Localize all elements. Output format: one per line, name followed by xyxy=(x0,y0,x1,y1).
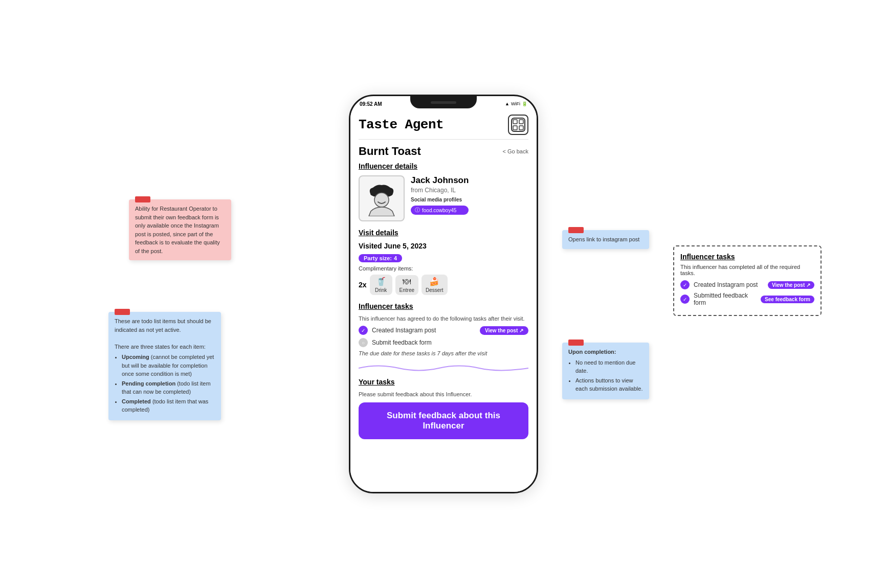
dessert-icon: 🍰 xyxy=(429,277,439,286)
app-title: Taste Agent xyxy=(359,117,444,132)
blue-left-note-tab xyxy=(115,309,130,315)
dashed-task-1: ✓ Created Instagram post View the post ↗ xyxy=(680,280,814,289)
pink-note-tab xyxy=(135,196,150,202)
comp-multiplier: 2x xyxy=(359,281,367,289)
task-label-1: Created Instagram post xyxy=(372,327,476,334)
blue-right-bottom-tab xyxy=(568,340,584,346)
blue-right-top-text: Opens link to instagram post xyxy=(568,236,639,242)
avatar xyxy=(359,175,405,221)
restaurant-row: Burnt Toast < Go back xyxy=(359,145,528,158)
social-badge[interactable]: Ⓘ food.cowboy45 xyxy=(411,206,469,215)
upon-completion-list: No need to mention due date. Actions but… xyxy=(568,358,643,393)
phone-container: 09:52 AM ▲WiFi🔋 Taste Agent xyxy=(349,95,538,493)
phone-screen[interactable]: Taste Agent Burnt Toast < Go back xyxy=(350,110,537,492)
dashed-feedback-btn[interactable]: See feedback form xyxy=(761,296,814,303)
due-date-text: The due date for these tasks is 7 days a… xyxy=(359,350,528,356)
dashed-task-2: ✓ Submitted feedback form See feedback f… xyxy=(680,292,814,306)
app-logo-icon[interactable] xyxy=(508,115,528,135)
influencer-tasks-title: Influencer tasks xyxy=(359,302,528,310)
party-size-value: 4 xyxy=(394,255,397,261)
task-item-feedback: ○ Submit feedback form xyxy=(359,338,528,347)
task-pending-icon-2: ○ xyxy=(359,338,368,347)
upon-completion-title: Upon completion: xyxy=(568,349,616,355)
dashed-task-label-2: Submitted feedback form xyxy=(694,292,757,306)
visit-details-section: Visit details Visited June 5, 2023 Party… xyxy=(359,229,528,295)
task-item-instagram: ✓ Created Instagram post View the post ↗ xyxy=(359,326,528,335)
social-media-label: Social media profiles xyxy=(411,197,469,202)
svg-rect-3 xyxy=(513,126,517,130)
your-tasks-title: Your tasks xyxy=(359,378,528,386)
blue-annotation-note-right-top: Opens link to instagram post xyxy=(562,230,649,249)
influencer-details-title: Influencer details xyxy=(359,162,528,170)
dessert-label: Dessert xyxy=(426,287,443,293)
svg-point-6 xyxy=(374,193,389,207)
dashed-task-done-1: ✓ xyxy=(680,280,690,289)
blue-right-top-tab xyxy=(568,227,584,233)
app-header: Taste Agent xyxy=(359,115,528,140)
view-post-button[interactable]: View the post ↗ xyxy=(480,326,528,335)
dashed-box-desc: This influencer has completed all of the… xyxy=(680,264,814,276)
comp-items-label: Complimentary items: xyxy=(359,265,528,272)
dashed-box-title: Influencer tasks xyxy=(680,253,814,261)
dashed-view-post-btn[interactable]: View the post ↗ xyxy=(768,281,814,289)
party-size-badge: Party size: 4 xyxy=(359,254,402,262)
influencer-details-section: Influencer details xyxy=(359,162,528,221)
party-size-label: Party size: xyxy=(364,255,392,261)
wave-divider xyxy=(359,364,528,373)
svg-rect-4 xyxy=(519,126,523,130)
influencer-info: Jack Johnson from Chicago, IL Social med… xyxy=(411,175,469,221)
status-time: 09:52 AM xyxy=(360,101,382,107)
blue-left-states-list: Upcoming (cannot be completed yet but wi… xyxy=(115,353,215,414)
pink-annotation-note: Ability for Restaurant Operator to submi… xyxy=(129,199,231,260)
drink-icon: 🥤 xyxy=(376,277,386,286)
influencer-name: Jack Johnson xyxy=(411,175,469,186)
comp-item-entree: 🍽 Entree xyxy=(395,275,418,295)
dashed-task-done-2: ✓ xyxy=(680,295,690,304)
influencer-location: from Chicago, IL xyxy=(411,187,469,194)
submit-feedback-button[interactable]: Submit feedback about this Influencer xyxy=(359,402,528,439)
comp-items-row: 2x 🥤 Drink 🍽 Entree 🍰 Dessert xyxy=(359,275,528,295)
influencer-card: Jack Johnson from Chicago, IL Social med… xyxy=(359,175,528,221)
instagram-icon: Ⓘ xyxy=(415,207,420,214)
svg-rect-2 xyxy=(519,120,523,124)
phone-shell: 09:52 AM ▲WiFi🔋 Taste Agent xyxy=(349,95,538,493)
visit-details-title: Visit details xyxy=(359,229,528,237)
phone-speaker xyxy=(431,101,456,104)
drink-label: Drink xyxy=(375,287,387,293)
blue-left-intro: These are todo list items but should be … xyxy=(115,317,215,334)
social-handle: food.cowboy45 xyxy=(422,208,456,213)
pink-note-text: Ability for Restaurant Operator to submi… xyxy=(135,206,220,254)
svg-rect-1 xyxy=(513,120,517,124)
your-tasks-section: Your tasks Please submit feedback about … xyxy=(359,378,528,439)
comp-item-drink: 🥤 Drink xyxy=(370,275,392,295)
dashed-task-label-1: Created Instagram post xyxy=(694,281,764,288)
visit-date: Visited June 5, 2023 xyxy=(359,242,528,250)
dashed-annotation-box: Influencer tasks This influencer has com… xyxy=(673,245,822,316)
influencer-tasks-desc: This influencer has agreed to do the fol… xyxy=(359,315,528,322)
svg-rect-0 xyxy=(512,118,525,131)
task-done-icon-1: ✓ xyxy=(359,326,368,335)
blue-left-states-header: There are three states for each item: xyxy=(115,343,215,351)
status-icons: ▲WiFi🔋 xyxy=(505,101,527,106)
task-label-2: Submit feedback form xyxy=(372,339,528,346)
your-tasks-desc: Please submit feedback about this Influe… xyxy=(359,391,528,397)
restaurant-name: Burnt Toast xyxy=(359,145,421,158)
influencer-tasks-section: Influencer tasks This influencer has agr… xyxy=(359,302,528,356)
phone-notch xyxy=(410,96,477,108)
blue-annotation-note-left: These are todo list items but should be … xyxy=(108,312,221,420)
go-back-link[interactable]: < Go back xyxy=(503,148,528,154)
comp-item-dessert: 🍰 Dessert xyxy=(422,275,447,295)
entree-icon: 🍽 xyxy=(403,277,411,286)
blue-annotation-note-right-bottom: Upon completion: No need to mention due … xyxy=(562,343,649,399)
entree-label: Entree xyxy=(400,287,414,293)
